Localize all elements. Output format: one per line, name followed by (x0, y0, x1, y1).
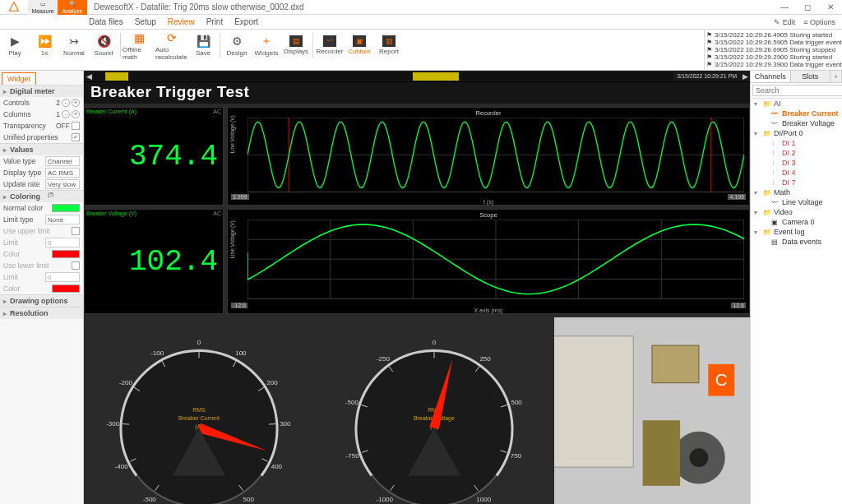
section-values[interactable]: Values (0, 144, 83, 155)
digital-meter-current[interactable]: Breaker Current (A) AC 374.4 (84, 107, 224, 206)
lower-limit-field[interactable]: 0 (45, 272, 80, 282)
value-type-select[interactable]: Channel (45, 156, 80, 166)
tree-node[interactable]: ▾📁Video (751, 207, 842, 217)
svg-rect-70 (643, 420, 681, 486)
mode-analyze-label: Analyze (62, 8, 83, 14)
edit-link[interactable]: ✎ Edit (774, 18, 795, 26)
limit-type-select[interactable]: None (45, 215, 80, 224)
minimize-button[interactable]: — (773, 0, 796, 15)
svg-text:Breaker Current: Breaker Current (178, 415, 220, 421)
svg-text:100: 100 (235, 349, 247, 357)
page-title: Breaker Trigger Test (84, 82, 750, 104)
event-row: ⚑3/15/2022 10:29:29.2900 Storing started (706, 53, 840, 61)
dashboard-area: ◀ 3/15/2022 10:29:21 PM ▶ Breaker Trigge… (84, 71, 750, 504)
recorder-plot[interactable]: Recorder Line Voltage (V) 3.999 4.199 t … (227, 107, 750, 206)
menu-export[interactable]: Export (234, 17, 258, 26)
use-upper-toggle[interactable] (72, 227, 80, 235)
options-link[interactable]: ≡ Options (803, 18, 835, 26)
widgets-button[interactable]: ＋Widgets (252, 30, 281, 61)
lower-color-swatch[interactable] (52, 284, 80, 293)
window-title: DewesoftX - Datafile: Trig 20ms slow oth… (94, 2, 304, 12)
displays-button[interactable]: ▤Displays (281, 30, 311, 61)
timeline-bar[interactable]: ◀ 3/15/2022 10:29:21 PM ▶ (84, 71, 750, 82)
svg-text:-100: -100 (150, 349, 164, 357)
channel-search-input[interactable] (752, 85, 842, 96)
use-lower-toggle[interactable] (72, 261, 80, 270)
menubar: Data files Setup Review Print Export ✎ E… (0, 15, 842, 30)
tree-node[interactable]: ⸽DI 1 (751, 138, 842, 148)
play-button[interactable]: ▶Play (0, 30, 30, 61)
menu-data-files[interactable]: Data files (89, 17, 123, 26)
section-resolution[interactable]: Resolution (0, 307, 83, 319)
section-digital-meter[interactable]: Digital meter (0, 86, 83, 97)
design-button[interactable]: ⚙Design (222, 30, 252, 61)
offline-math-button[interactable]: ▦Offline math (123, 30, 155, 61)
tree-node[interactable]: ▾📁Event log (751, 227, 842, 237)
event-log-panel: ⚑3/15/2022 10:29:26.4905 Storing started… (704, 30, 842, 70)
tree-node[interactable]: 〰Breaker Voltage (751, 118, 842, 128)
svg-text:0: 0 (197, 339, 201, 346)
transparency-value: OFF (56, 122, 70, 130)
report-button[interactable]: ▥Report (374, 30, 404, 61)
video-camera-frame[interactable]: C (554, 317, 750, 504)
event-row: ⚑3/15/2022 10:29:26.4905 Storing started (706, 31, 840, 39)
upper-limit-field[interactable]: 0 (45, 238, 80, 247)
digital-meter-voltage[interactable]: Breaker Voltage (V) AC 102.4 (84, 209, 224, 314)
maximize-button[interactable]: ◻ (796, 0, 819, 15)
gauge-voltage[interactable]: -1000-750-500-25002505007501000 RMS Brea… (319, 317, 549, 504)
mode-measure-button[interactable]: ▭ Measure (28, 0, 58, 15)
display-type-select[interactable]: AC RMS (45, 168, 80, 178)
recorder-button[interactable]: 〰Recorder (315, 30, 345, 61)
columns-inc[interactable]: + (72, 110, 80, 118)
controls-inc[interactable]: + (72, 99, 80, 107)
tree-node[interactable]: 〰Line Voltage (751, 197, 842, 207)
custom-icon: ▣ (353, 35, 366, 47)
svg-rect-64 (554, 336, 633, 467)
flag-icon: ⚑ (706, 61, 715, 68)
tree-node[interactable]: 〰Breaker Current (751, 109, 842, 118)
tree-node[interactable]: ▾📁AI (751, 99, 842, 109)
unified-toggle[interactable]: ✓ (72, 133, 80, 141)
tree-node[interactable]: ⸽DI 4 (751, 168, 842, 178)
timeline-next-icon[interactable]: ▶ (740, 72, 750, 81)
mode-analyze-button[interactable]: 🔍 Analyze (58, 0, 87, 15)
menu-setup[interactable]: Setup (135, 17, 156, 26)
svg-text:-400: -400 (115, 463, 129, 470)
tree-node[interactable]: ▾📁DI/Port 0 (751, 128, 842, 138)
svg-text:-200: -200 (119, 379, 133, 386)
upper-color-swatch[interactable] (52, 250, 80, 258)
tree-node[interactable]: ▤Data events (751, 237, 842, 247)
menu-review[interactable]: Review (168, 17, 195, 26)
tab-channels[interactable]: Channels (751, 71, 791, 82)
custom-button[interactable]: ▣Custom (345, 30, 374, 61)
tree-node[interactable]: ⸽DI 2 (751, 148, 842, 158)
tree-node[interactable]: ⸽DI 7 (751, 178, 842, 187)
normal-button[interactable]: ↣Normal (59, 30, 89, 61)
timeline-prev-icon[interactable]: ◀ (84, 72, 94, 81)
gauge-current[interactable]: -500-400-300-200-1000100200300400500 RMS… (84, 317, 314, 504)
transparency-toggle[interactable] (72, 122, 80, 130)
auto-recalc-button[interactable]: ⟳Auto recalculate (155, 30, 188, 61)
update-rate-select[interactable]: Very slow (5 (45, 179, 80, 189)
tree-node[interactable]: ⸽DI 3 (751, 158, 842, 168)
scope-plot[interactable]: Scope Line Voltage (V) -12.6 12.6 X axis… (227, 209, 750, 314)
speed-1x-button[interactable]: ⏩1x (30, 30, 59, 61)
svg-point-69 (690, 448, 709, 467)
widget-tab[interactable]: Widget (2, 72, 36, 85)
columns-dec[interactable]: - (62, 110, 70, 118)
save-button[interactable]: 💾Save (188, 30, 218, 61)
menu-print[interactable]: Print (206, 17, 224, 26)
section-coloring[interactable]: Coloring (0, 191, 83, 202)
tree-node[interactable]: ▾📁Math (751, 187, 842, 197)
close-button[interactable]: ✕ (819, 0, 842, 15)
svg-text:300: 300 (280, 420, 291, 428)
controls-dec[interactable]: - (62, 99, 70, 107)
section-drawing[interactable]: Drawing options (0, 295, 83, 307)
tab-slots[interactable]: Slots (791, 71, 831, 82)
tree-node[interactable]: ▣Camera 0 (751, 217, 842, 227)
tab-overflow-icon[interactable]: › (830, 71, 842, 82)
normal-color-swatch[interactable] (52, 204, 80, 212)
channel-tree[interactable]: ▾📁AI〰Breaker Current〰Breaker Voltage▾📁DI… (751, 99, 842, 504)
sound-button[interactable]: 🔇Sound (89, 30, 118, 61)
voltage-value: 102.4 (85, 210, 223, 313)
